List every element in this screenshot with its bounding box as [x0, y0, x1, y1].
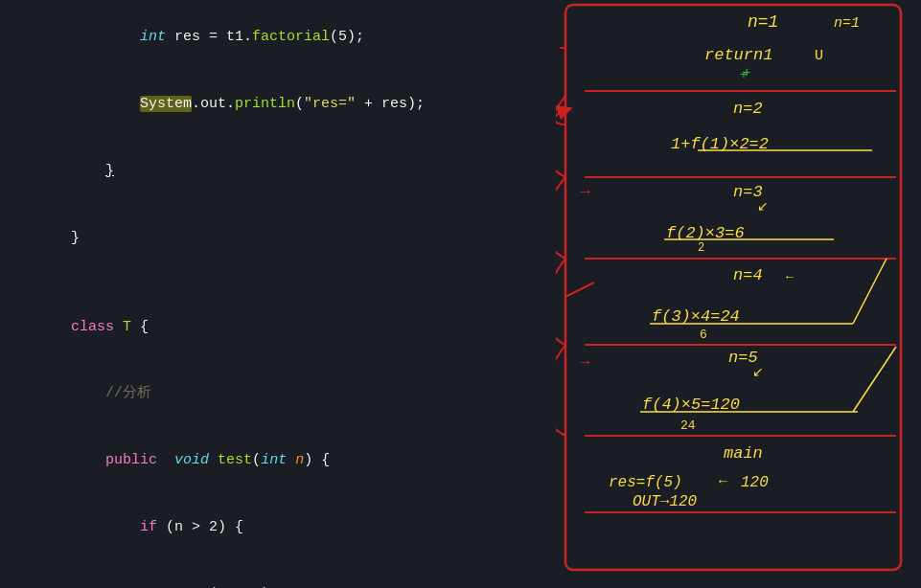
- code-line-2: System.out.println("res=" + res);: [10, 71, 546, 138]
- code-line-8: public void test(int n) {: [10, 427, 546, 494]
- svg-text:f(4)×5=120: f(4)×5=120: [642, 396, 740, 414]
- svg-text:↙: ↙: [757, 199, 769, 215]
- svg-text:n=1: n=1: [834, 15, 860, 32]
- code-panel: int res = t1.factorial(5); System.out.pr…: [0, 0, 556, 588]
- code-line-5: [10, 271, 546, 293]
- svg-text:←: ←: [786, 270, 794, 284]
- svg-text:→: →: [580, 353, 590, 372]
- code-line-6: class T {: [10, 293, 546, 360]
- svg-text:120: 120: [741, 474, 769, 491]
- svg-text:n=1: n=1: [748, 12, 778, 32]
- annotation-svg: n=1 return1 U + n=2 1+f(1)×2=2 → n=3 ↙ f…: [556, 0, 921, 588]
- code-line-10: test(n - 1);: [10, 560, 546, 588]
- svg-text:2: 2: [698, 241, 704, 255]
- svg-text:+: +: [740, 68, 748, 82]
- svg-text:↙: ↙: [752, 365, 764, 380]
- svg-line-32: [853, 347, 896, 412]
- svg-text:→: →: [580, 182, 590, 201]
- code-line-3: }: [10, 138, 546, 205]
- svg-text:n=4: n=4: [733, 266, 763, 284]
- svg-text:U: U: [815, 48, 823, 64]
- svg-text:res=f(5): res=f(5): [609, 474, 682, 491]
- svg-text:24: 24: [680, 418, 696, 433]
- code-line-9: if (n > 2) {: [10, 494, 546, 561]
- svg-line-25: [853, 259, 886, 324]
- svg-text:←: ←: [719, 474, 727, 490]
- code-line-4: }: [10, 204, 546, 271]
- svg-text:main: main: [724, 444, 763, 463]
- svg-text:6: 6: [700, 328, 707, 342]
- code-line-7: //分析: [10, 360, 546, 427]
- code-line-1: int res = t1.factorial(5);: [10, 4, 546, 71]
- svg-text:n=2: n=2: [733, 100, 763, 118]
- annotation-panel: n=1 return1 U + n=2 1+f(1)×2=2 → n=3 ↙ f…: [556, 0, 921, 588]
- svg-text:OUT→120: OUT→120: [633, 493, 698, 510]
- svg-text:f(3)×4=24: f(3)×4=24: [652, 307, 740, 326]
- svg-text:return1: return1: [704, 46, 772, 64]
